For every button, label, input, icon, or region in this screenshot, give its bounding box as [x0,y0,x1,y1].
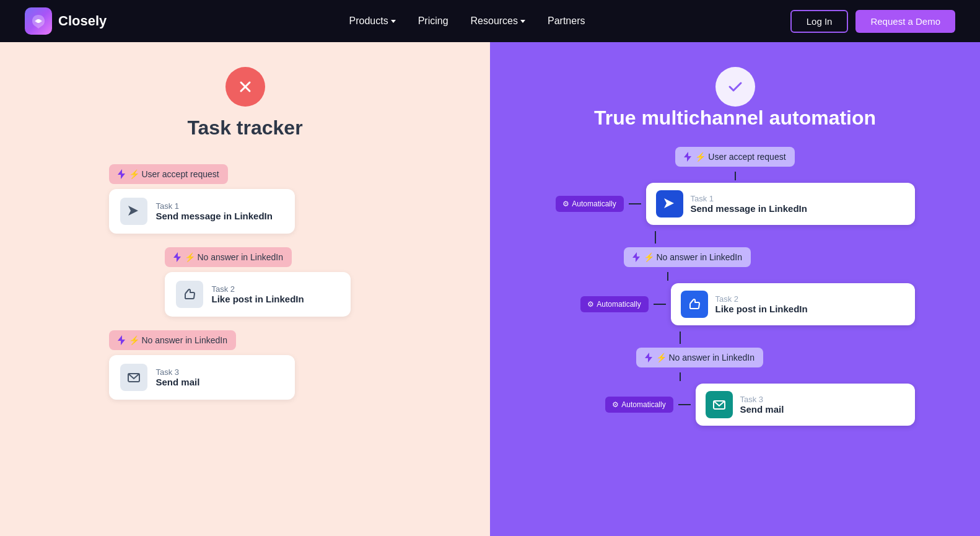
right-panel-title: True multichannel automation [594,107,876,130]
nav-pricing[interactable]: Pricing [409,11,457,32]
left-panel: Task tracker ⚡ User accept request Ta [0,42,490,536]
right-block-3: ⚡ No answer in LinkedIn ⚙ Automatically [605,348,915,426]
nav-products[interactable]: Products [340,11,404,32]
svg-point-0 [37,19,40,23]
products-chevron-icon [391,20,396,23]
svg-marker-6 [118,335,125,345]
login-button[interactable]: Log In [790,10,849,33]
right-block-2: ⚡ No answer in LinkedIn ⚙ Automatically [580,247,915,325]
nav-partners[interactable]: Partners [539,11,593,32]
navbar: Closely Products Pricing Resources Partn… [0,0,980,42]
resources-chevron-icon [520,20,525,23]
right-task-card-2: Task 2 Like post in LinkedIn [671,283,915,325]
right-trigger-3: ⚡ No answer in LinkedIn [636,348,763,367]
right-linkedin-like-icon [681,291,708,318]
right-trigger-1: ⚡ User accept request [675,147,794,167]
right-trigger-2: ⚡ No answer in LinkedIn [624,247,751,267]
right-task-card-1: Task 1 Send message in LinkedIn [646,183,915,225]
svg-marker-4 [128,206,138,216]
left-section-1: ⚡ User accept request Task 1 Send messag… [109,164,382,239]
right-task-card-3: Task 3 Send mail [696,384,915,426]
right-linkedin-message-icon [656,190,683,217]
demo-button[interactable]: Request a Demo [855,10,955,33]
linkedin-like-icon [176,281,203,308]
logo-icon [25,7,52,35]
auto-badge-1: ⚙ Automatically [556,196,624,212]
left-panel-title: Task tracker [187,116,302,139]
svg-marker-3 [118,169,125,179]
left-task-card-2: Task 2 Like post in LinkedIn [165,272,351,317]
main-content: Task tracker ⚡ User accept request Ta [0,42,980,536]
auto-badge-2: ⚙ Automatically [580,296,649,312]
right-block-1: ⚡ User accept request ⚙ Automatically [556,147,915,225]
nav-buttons: Log In Request a Demo [790,10,955,33]
left-trigger-1: ⚡ User accept request [109,164,228,184]
left-task-card-1: Task 1 Send message in LinkedIn [109,189,295,234]
right-panel: True multichannel automation ⚡ User acce… [490,42,980,536]
nav-resources[interactable]: Resources [462,11,534,32]
logo-text: Closely [58,13,107,29]
right-panel-icon [715,67,755,107]
auto-badge-3: ⚙ Automatically [605,397,673,413]
left-section-3: ⚡ No answer in LinkedIn Task 3 Send mail [109,330,382,405]
logo[interactable]: Closely [25,7,107,35]
svg-marker-11 [645,353,652,362]
mail-icon-left [120,364,147,391]
svg-marker-10 [632,252,640,262]
left-panel-icon [225,67,265,107]
linkedin-message-icon [120,198,147,225]
left-trigger-2: ⚡ No answer in LinkedIn [165,247,292,267]
nav-links: Products Pricing Resources Partners [144,11,790,32]
left-task-card-3: Task 3 Send mail [109,355,295,400]
svg-marker-9 [664,198,674,208]
left-trigger-3: ⚡ No answer in LinkedIn [109,330,236,350]
svg-marker-8 [684,152,691,162]
right-mail-icon [706,391,733,418]
svg-marker-5 [173,252,181,262]
left-section-2: ⚡ No answer in LinkedIn Task 2 Like post… [165,247,382,322]
